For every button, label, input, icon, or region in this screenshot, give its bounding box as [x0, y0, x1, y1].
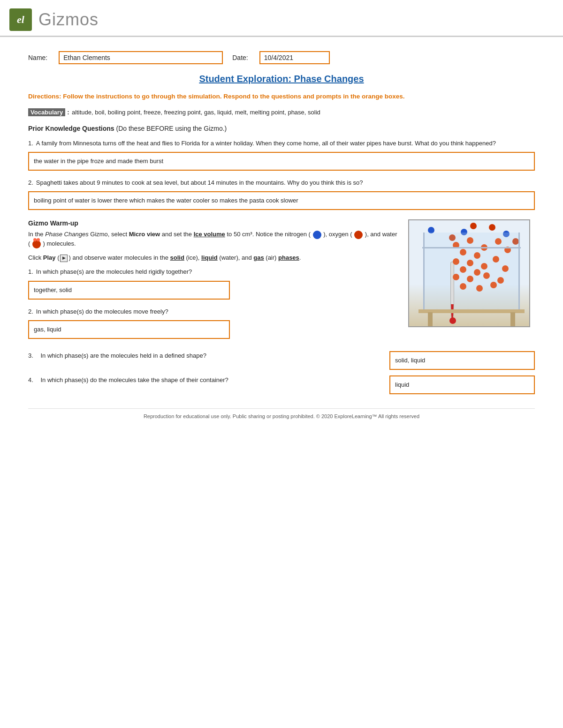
wq3-answer-container: solid, liquid	[389, 351, 535, 370]
q2-number: 2.	[28, 178, 33, 188]
play-button-icon	[60, 255, 68, 262]
warmup-intro: In the Phase Changes Gizmo, select Micro…	[28, 230, 399, 248]
thermometer-bulb	[449, 317, 456, 324]
name-field[interactable]: Ethan Clements	[59, 51, 223, 64]
prior-question-1: 1. A family from Minnesota turns off the…	[28, 139, 535, 171]
nitrogen-molecule-icon	[313, 231, 321, 239]
beaker-mol-15	[453, 274, 459, 280]
warmup-question-1: 1. In which phase(s) are the molecules h…	[28, 267, 399, 299]
beaker-mol-21	[490, 282, 497, 288]
name-date-row: Name: Ethan Clements Date: 10/4/2021	[28, 51, 535, 64]
q1-text: A family from Minnesota turns off the he…	[36, 139, 496, 148]
thermometer	[450, 262, 454, 323]
wq4-text: In which phase(s) do the molecules take …	[40, 375, 228, 385]
beaker-mol-6	[474, 252, 480, 259]
two-col-questions: 3. In which phase(s) are the molecules h…	[28, 351, 535, 394]
warmup-section: Gizmo Warm-up In the Phase Changes Gizmo…	[28, 219, 535, 394]
beaker-mol-2	[467, 237, 473, 244]
sky-mol-2	[489, 224, 495, 231]
q2-answer[interactable]: boiling point of water is lower there wh…	[28, 191, 535, 210]
name-label: Name:	[28, 54, 47, 61]
q1-number: 1.	[28, 139, 33, 148]
beaker-mol-10	[481, 263, 487, 270]
warmup-q3: 3. In which phase(s) are the molecules h…	[28, 351, 380, 360]
warmup-q4: 4. In which phase(s) do the molecules ta…	[28, 375, 380, 385]
beaker-mol-8	[453, 258, 459, 265]
beaker-mol-13	[474, 269, 480, 276]
main-content: Name: Ethan Clements Date: 10/4/2021 Stu…	[0, 42, 563, 433]
beaker-mol-9	[467, 260, 473, 266]
wq4-number: 4.	[28, 375, 33, 385]
page-title: Student Exploration: Phase Changes	[28, 74, 535, 84]
beaker	[423, 233, 520, 312]
directions-text: Directions: Follow the instructions to g…	[28, 92, 535, 101]
logo-icon: el	[9, 8, 32, 31]
wq1-number: 1.	[28, 267, 33, 277]
warmup-q4-row: 4. In which phase(s) do the molecules ta…	[28, 375, 535, 394]
prior-knowledge-section: Prior Knowledge Questions (Do these BEFO…	[28, 125, 535, 210]
wq4-answer-container: liquid	[389, 375, 535, 394]
wq3-text: In which phase(s) are the molecules held…	[40, 351, 206, 360]
warmup-q3-row: 3. In which phase(s) are the molecules h…	[28, 351, 535, 370]
wq4-answer[interactable]: liquid	[389, 375, 535, 394]
vocabulary-row: Vocabulary: altitude, boil, boiling poin…	[28, 108, 535, 117]
beaker-mol-11	[493, 256, 499, 263]
footer: Reproduction for educational use only. P…	[28, 408, 535, 419]
table-surface	[418, 309, 525, 313]
beaker-mol-14	[502, 265, 509, 272]
beaker-mol-5	[460, 249, 466, 255]
table-leg-right	[510, 312, 515, 326]
prior-knowledge-subheader: (Do these BEFORE using the Gizmo.)	[116, 125, 227, 132]
gizmo-simulation-image	[408, 219, 530, 327]
warmup-image	[408, 219, 535, 327]
beaker-top	[422, 247, 521, 248]
app-name: Gizmos	[38, 10, 99, 30]
date-field[interactable]: 10/4/2021	[259, 51, 330, 64]
wq2-number: 2.	[28, 307, 33, 316]
beaker-mol-19	[460, 283, 466, 290]
wq3-number: 3.	[28, 351, 33, 360]
prior-question-2: 2. Spaghetti takes about 9 minutes to co…	[28, 178, 535, 210]
beaker-mol-4	[495, 238, 502, 245]
warmup-title: Gizmo Warm-up	[28, 219, 399, 227]
prior-knowledge-header: Prior Knowledge Questions (Do these BEFO…	[28, 125, 535, 132]
wq2-text: In which phase(s) do the molecules move …	[36, 307, 168, 316]
q2-text: Spaghetti takes about 9 minutes to cook …	[36, 178, 363, 188]
warmup-layout: Gizmo Warm-up In the Phase Changes Gizmo…	[28, 219, 535, 346]
warmup-left: Gizmo Warm-up In the Phase Changes Gizmo…	[28, 219, 399, 346]
oxygen-molecule-icon	[354, 231, 363, 239]
sky-mol-4	[470, 223, 477, 229]
table-leg-left	[428, 312, 433, 326]
warmup-question-2: 2. In which phase(s) do the molecules mo…	[28, 307, 399, 339]
wq3-answer[interactable]: solid, liquid	[389, 351, 535, 370]
q1-answer[interactable]: the water in the pipe froze and made the…	[28, 152, 535, 171]
beaker-mol-18	[497, 277, 504, 284]
wq1-answer[interactable]: together, solid	[28, 281, 230, 300]
vocab-terms: altitude, boil, boiling point, freeze, f…	[72, 109, 320, 116]
vocab-label: Vocabulary	[28, 108, 65, 116]
beaker-mol-12	[460, 266, 466, 273]
beaker-mol-16	[467, 276, 473, 282]
wq2-answer[interactable]: gas, liquid	[28, 320, 230, 339]
water-molecule-icon	[32, 240, 41, 248]
beaker-mol-20	[476, 285, 483, 292]
header: el Gizmos	[0, 0, 563, 37]
wq1-text: In which phase(s) are the molecules held…	[36, 267, 192, 277]
beaker-mol-17	[483, 272, 490, 279]
warmup-play-text: Click Play () and observe water molecule…	[28, 253, 399, 263]
date-label: Date:	[232, 54, 248, 61]
